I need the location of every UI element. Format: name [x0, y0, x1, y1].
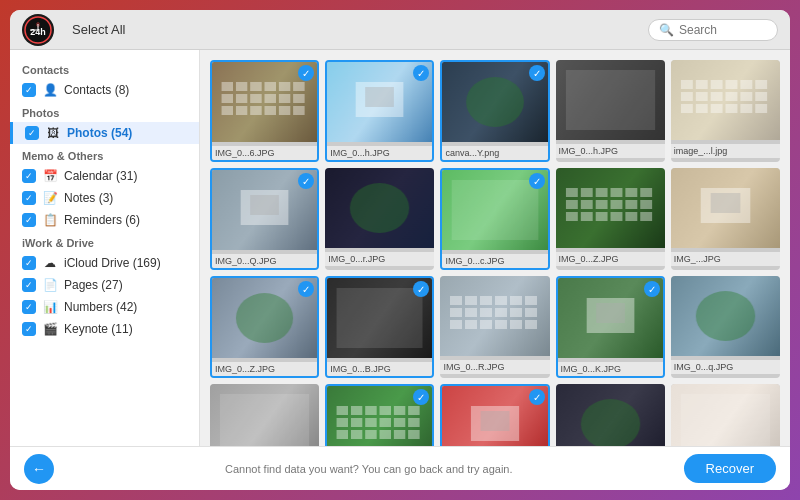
- checkbox-keynote[interactable]: ✓: [22, 322, 36, 336]
- item-icon-contacts: 👤: [42, 82, 58, 98]
- photo-item-3[interactable]: ✓canva...Y.png: [440, 60, 549, 162]
- photo-item-11[interactable]: ✓IMG_0...Z.JPG: [210, 276, 319, 378]
- photo-item-19[interactable]: IMG_0...H.JPG: [556, 384, 665, 446]
- select-all-label: Select All: [72, 22, 125, 37]
- sidebar-item-keynote[interactable]: ✓🎬Keynote (11): [10, 318, 199, 340]
- item-label-pages: Pages (27): [64, 278, 187, 292]
- photo-item-7[interactable]: IMG_0...r.JPG: [325, 168, 434, 270]
- photo-item-10[interactable]: IMG_...JPG: [671, 168, 780, 270]
- photo-thumbnail-13: [440, 276, 549, 356]
- search-box: 🔍: [648, 19, 778, 41]
- photo-item-5[interactable]: image_...l.jpg: [671, 60, 780, 162]
- item-icon-reminders: 📋: [42, 212, 58, 228]
- title-bar: ® 24h Select All 🔍: [10, 10, 790, 50]
- photo-item-2[interactable]: ✓IMG_0...h.JPG: [325, 60, 434, 162]
- photo-item-9[interactable]: IMG_0...Z.JPG: [556, 168, 665, 270]
- item-icon-pages: 📄: [42, 277, 58, 293]
- photo-thumbnail-20: [671, 384, 780, 446]
- photo-thumbnail-7: [325, 168, 434, 248]
- photo-item-20[interactable]: IMG_0...D.JPG: [671, 384, 780, 446]
- footer: ← Cannot find data you want? You can go …: [10, 446, 790, 490]
- photo-thumbnail-19: [556, 384, 665, 446]
- item-icon-numbers: 📊: [42, 299, 58, 315]
- photo-label-10: IMG_...JPG: [671, 252, 780, 266]
- sidebar-item-calendar[interactable]: ✓📅Calendar (31): [10, 165, 199, 187]
- sidebar-section-title: Photos: [10, 101, 199, 122]
- photo-label-6: IMG_0...Q.JPG: [212, 254, 317, 268]
- search-input[interactable]: [679, 23, 769, 37]
- sidebar-item-photos[interactable]: ✓🖼Photos (54): [10, 122, 199, 144]
- photo-item-8[interactable]: ✓IMG_0...c.JPG: [440, 168, 549, 270]
- checkbox-reminders[interactable]: ✓: [22, 213, 36, 227]
- photo-thumbnail-15: [671, 276, 780, 356]
- item-label-numbers: Numbers (42): [64, 300, 187, 314]
- photo-check-3: ✓: [529, 65, 545, 81]
- photo-thumbnail-4: [556, 60, 665, 140]
- photo-label-4: IMG_0...h.JPG: [556, 144, 665, 158]
- photo-check-18: ✓: [529, 389, 545, 405]
- item-icon-icloud: ☁: [42, 255, 58, 271]
- item-icon-calendar: 📅: [42, 168, 58, 184]
- photo-item-14[interactable]: ✓IMG_0...K.JPG: [556, 276, 665, 378]
- checkbox-notes[interactable]: ✓: [22, 191, 36, 205]
- checkbox-photos[interactable]: ✓: [25, 126, 39, 140]
- sidebar-item-numbers[interactable]: ✓📊Numbers (42): [10, 296, 199, 318]
- sidebar-section-title: Contacts: [10, 58, 199, 79]
- photo-item-17[interactable]: ✓IMG_0...v.JPG: [325, 384, 434, 446]
- photo-label-11: IMG_0...Z.JPG: [212, 362, 317, 376]
- sidebar-section-title: iWork & Drive: [10, 231, 199, 252]
- item-icon-notes: 📝: [42, 190, 58, 206]
- photo-thumbnail-10: [671, 168, 780, 248]
- photo-label-15: IMG_0...q.JPG: [671, 360, 780, 374]
- main-content: Contacts✓👤Contacts (8)Photos✓🖼Photos (54…: [10, 50, 790, 446]
- photo-thumbnail-5: [671, 60, 780, 140]
- photo-label-7: IMG_0...r.JPG: [325, 252, 434, 266]
- photo-label-12: IMG_0...B.JPG: [327, 362, 432, 376]
- photo-item-18[interactable]: ✓IMG_0...u.JPG: [440, 384, 549, 446]
- photo-item-6[interactable]: ✓IMG_0...Q.JPG: [210, 168, 319, 270]
- photo-item-16[interactable]: IMG_0...9.JPG: [210, 384, 319, 446]
- photo-grid: ✓IMG_0...6.JPG✓IMG_0...h.JPG✓canva...Y.p…: [210, 60, 780, 446]
- photo-label-9: IMG_0...Z.JPG: [556, 252, 665, 266]
- photo-check-8: ✓: [529, 173, 545, 189]
- checkbox-numbers[interactable]: ✓: [22, 300, 36, 314]
- checkbox-contacts[interactable]: ✓: [22, 83, 36, 97]
- back-icon: ←: [32, 461, 46, 477]
- photo-label-13: IMG_0...R.JPG: [440, 360, 549, 374]
- photo-label-1: IMG_0...6.JPG: [212, 146, 317, 160]
- app-logo: ® 24h: [22, 14, 54, 46]
- item-label-contacts: Contacts (8): [64, 83, 187, 97]
- checkbox-icloud[interactable]: ✓: [22, 256, 36, 270]
- photo-item-4[interactable]: IMG_0...h.JPG: [556, 60, 665, 162]
- photo-label-2: IMG_0...h.JPG: [327, 146, 432, 160]
- photo-item-13[interactable]: IMG_0...R.JPG: [440, 276, 549, 378]
- item-icon-photos: 🖼: [45, 125, 61, 141]
- recover-button[interactable]: Recover: [684, 454, 776, 483]
- photo-label-5: image_...l.jpg: [671, 144, 780, 158]
- search-icon: 🔍: [659, 23, 674, 37]
- sidebar-item-reminders[interactable]: ✓📋Reminders (6): [10, 209, 199, 231]
- sidebar-item-contacts[interactable]: ✓👤Contacts (8): [10, 79, 199, 101]
- sidebar: Contacts✓👤Contacts (8)Photos✓🖼Photos (54…: [10, 50, 200, 446]
- sidebar-item-icloud[interactable]: ✓☁iCloud Drive (169): [10, 252, 199, 274]
- photo-item-12[interactable]: ✓IMG_0...B.JPG: [325, 276, 434, 378]
- select-all-button[interactable]: Select All: [64, 18, 133, 41]
- photo-label-3: canva...Y.png: [442, 146, 547, 160]
- checkbox-pages[interactable]: ✓: [22, 278, 36, 292]
- photo-label-14: IMG_0...K.JPG: [558, 362, 663, 376]
- back-button[interactable]: ←: [24, 454, 54, 484]
- checkbox-calendar[interactable]: ✓: [22, 169, 36, 183]
- photo-item-1[interactable]: ✓IMG_0...6.JPG: [210, 60, 319, 162]
- photo-label-8: IMG_0...c.JPG: [442, 254, 547, 268]
- sidebar-item-notes[interactable]: ✓📝Notes (3): [10, 187, 199, 209]
- item-label-photos: Photos (54): [67, 126, 187, 140]
- item-label-reminders: Reminders (6): [64, 213, 187, 227]
- content-area: ✓IMG_0...6.JPG✓IMG_0...h.JPG✓canva...Y.p…: [200, 50, 790, 446]
- sidebar-item-pages[interactable]: ✓📄Pages (27): [10, 274, 199, 296]
- photo-thumbnail-9: [556, 168, 665, 248]
- photo-check-14: ✓: [644, 281, 660, 297]
- item-label-icloud: iCloud Drive (169): [64, 256, 187, 270]
- app-window: ® 24h Select All 🔍 Contacts✓👤Contacts (8…: [10, 10, 790, 490]
- photo-thumbnail-16: [210, 384, 319, 446]
- photo-item-15[interactable]: IMG_0...q.JPG: [671, 276, 780, 378]
